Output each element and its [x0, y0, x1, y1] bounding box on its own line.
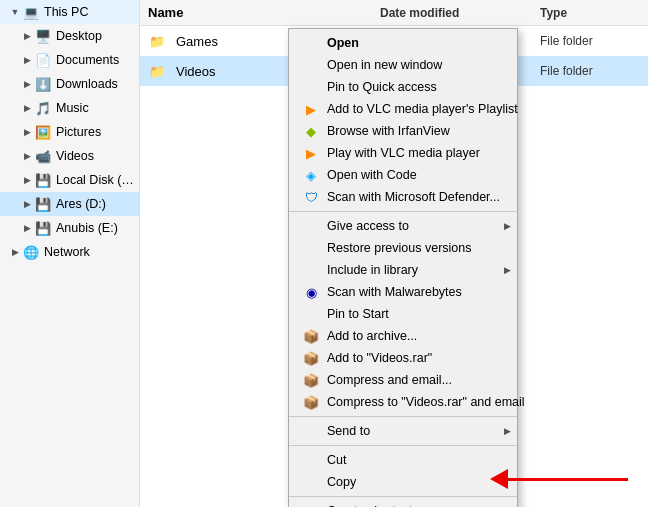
games-folder-icon: 📁	[148, 32, 166, 50]
desktop-icon: 🖥️	[34, 27, 52, 45]
ctx-label-scan-defender: Scan with Microsoft Defender...	[327, 190, 500, 204]
chevron-network	[8, 245, 22, 259]
chevron-videos	[20, 149, 34, 163]
ctx-item-open-vscode[interactable]: ◈ Open with Code	[289, 164, 517, 186]
chevron-music	[20, 101, 34, 115]
documents-icon: 📄	[34, 51, 52, 69]
irfanview-icon: ◆	[301, 121, 321, 141]
ctx-item-add-vlc[interactable]: ▶ Add to VLC media player's Playlist	[289, 98, 517, 120]
sidebar-label-desktop: Desktop	[56, 29, 102, 43]
sidebar-label-documents: Documents	[56, 53, 119, 67]
ctx-label-add-videos-rar: Add to "Videos.rar"	[327, 351, 432, 365]
defender-icon: 🛡	[301, 187, 321, 207]
pictures-icon: 🖼️	[34, 123, 52, 141]
separator-2	[289, 416, 517, 417]
ctx-label-scan-malwarebytes: Scan with Malwarebytes	[327, 285, 462, 299]
music-icon: 🎵	[34, 99, 52, 117]
chevron-local-disk	[20, 173, 34, 187]
col-header-name[interactable]: Name	[148, 5, 380, 20]
chevron-pictures	[20, 125, 34, 139]
open-new-window-icon	[301, 55, 321, 75]
ctx-item-compress-email[interactable]: 📦 Compress and email...	[289, 369, 517, 391]
ctx-item-add-videos-rar[interactable]: 📦 Add to "Videos.rar"	[289, 347, 517, 369]
col-header-date[interactable]: Date modified	[380, 6, 540, 20]
ctx-label-open-new-window: Open in new window	[327, 58, 442, 72]
ctx-item-open[interactable]: Open	[289, 32, 517, 54]
col-header-type[interactable]: Type	[540, 6, 640, 20]
ctx-label-open: Open	[327, 36, 359, 50]
sidebar-label-videos: Videos	[56, 149, 94, 163]
videos-label: Videos	[176, 64, 216, 79]
sidebar-item-ares[interactable]: 💾 Ares (D:)	[0, 192, 139, 216]
this-pc-icon: 💻	[22, 3, 40, 21]
file-list-header: Name Date modified Type	[140, 0, 648, 26]
include-library-icon	[301, 260, 321, 280]
sidebar-item-videos[interactable]: 📹 Videos	[0, 144, 139, 168]
sidebar-item-local-disk[interactable]: 💾 Local Disk (C:)	[0, 168, 139, 192]
ctx-label-include-library: Include in library	[327, 263, 418, 277]
games-type: File folder	[540, 34, 640, 48]
main-content: Name Date modified Type 📁 Games 5/30/202…	[140, 0, 648, 507]
arrow-head	[490, 469, 508, 489]
copy-icon	[301, 472, 321, 492]
ctx-label-add-vlc: Add to VLC media player's Playlist	[327, 102, 518, 116]
pin-quick-icon	[301, 77, 321, 97]
ctx-label-open-vscode: Open with Code	[327, 168, 417, 182]
sidebar-item-anubis[interactable]: 💾 Anubis (E:)	[0, 216, 139, 240]
sidebar-item-downloads[interactable]: ⬇️ Downloads	[0, 72, 139, 96]
winrar-compress-email-icon: 📦	[301, 370, 321, 390]
give-access-icon	[301, 216, 321, 236]
ctx-item-add-archive[interactable]: 📦 Add to archive...	[289, 325, 517, 347]
sidebar-item-pictures[interactable]: 🖼️ Pictures	[0, 120, 139, 144]
ctx-label-add-archive: Add to archive...	[327, 329, 417, 343]
ctx-label-pin-start: Pin to Start	[327, 307, 389, 321]
winrar-videos-icon: 📦	[301, 348, 321, 368]
sidebar-label-ares: Ares (D:)	[56, 197, 106, 211]
ctx-item-send-to[interactable]: Send to	[289, 420, 517, 442]
network-icon: 🌐	[22, 243, 40, 261]
ctx-item-cut[interactable]: Cut	[289, 449, 517, 471]
malwarebytes-icon: ◉	[301, 282, 321, 302]
ctx-item-pin-start[interactable]: Pin to Start	[289, 303, 517, 325]
ctx-item-compress-videos-rar-email[interactable]: 📦 Compress to "Videos.rar" and email	[289, 391, 517, 413]
videos-type: File folder	[540, 64, 640, 78]
sidebar-label-music: Music	[56, 101, 89, 115]
ctx-label-play-vlc: Play with VLC media player	[327, 146, 480, 160]
ctx-item-scan-malwarebytes[interactable]: ◉ Scan with Malwarebytes	[289, 281, 517, 303]
chevron-downloads	[20, 77, 34, 91]
ctx-item-include-library[interactable]: Include in library	[289, 259, 517, 281]
ctx-item-browse-irfan[interactable]: ◆ Browse with IrfanView	[289, 120, 517, 142]
ares-icon: 💾	[34, 195, 52, 213]
vscode-icon: ◈	[301, 165, 321, 185]
sidebar-item-documents[interactable]: 📄 Documents	[0, 48, 139, 72]
downloads-icon: ⬇️	[34, 75, 52, 93]
ctx-item-play-vlc[interactable]: ▶ Play with VLC media player	[289, 142, 517, 164]
ctx-label-browse-irfan: Browse with IrfanView	[327, 124, 450, 138]
ctx-label-restore: Restore previous versions	[327, 241, 472, 255]
ctx-item-scan-defender[interactable]: 🛡 Scan with Microsoft Defender...	[289, 186, 517, 208]
ctx-item-copy[interactable]: Copy	[289, 471, 517, 493]
sidebar-label-local-disk: Local Disk (C:)	[56, 173, 135, 187]
ctx-item-pin-quick[interactable]: Pin to Quick access	[289, 76, 517, 98]
separator-4	[289, 496, 517, 497]
vlc-icon: ▶	[301, 99, 321, 119]
ctx-item-create-shortcut[interactable]: Create shortcut	[289, 500, 517, 507]
sidebar-item-network[interactable]: 🌐 Network	[0, 240, 139, 264]
pin-start-icon	[301, 304, 321, 324]
ctx-item-open-new-window[interactable]: Open in new window	[289, 54, 517, 76]
local-disk-icon: 💾	[34, 171, 52, 189]
ctx-label-compress-videos-rar-email: Compress to "Videos.rar" and email	[327, 395, 525, 409]
name-col-label: Name	[148, 5, 183, 20]
vlc-play-icon: ▶	[301, 143, 321, 163]
open-icon	[301, 33, 321, 53]
winrar-archive-icon: 📦	[301, 326, 321, 346]
chevron-anubis	[20, 221, 34, 235]
ctx-item-restore[interactable]: Restore previous versions	[289, 237, 517, 259]
games-label: Games	[176, 34, 218, 49]
sidebar-item-this-pc[interactable]: 💻 This PC	[0, 0, 139, 24]
sidebar-item-desktop[interactable]: 🖥️ Desktop	[0, 24, 139, 48]
ctx-item-give-access[interactable]: Give access to	[289, 215, 517, 237]
sidebar-item-music[interactable]: 🎵 Music	[0, 96, 139, 120]
chevron-ares	[20, 197, 34, 211]
send-to-icon	[301, 421, 321, 441]
